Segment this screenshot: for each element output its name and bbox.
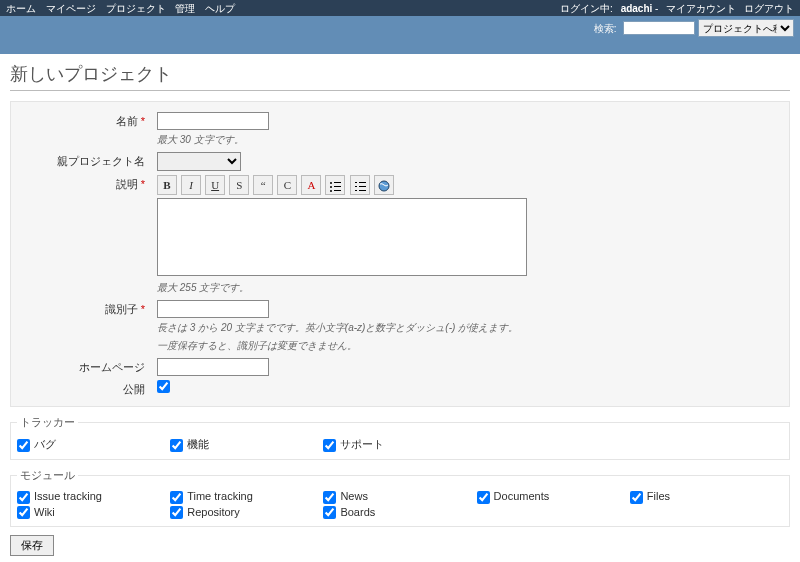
svg-rect-10	[355, 190, 357, 191]
tracker-support-label: サポート	[340, 438, 384, 450]
parent-select[interactable]	[157, 152, 241, 171]
ul-icon[interactable]	[325, 175, 345, 195]
identifier-hint2: 一度保存すると、識別子は変更できません。	[157, 338, 781, 356]
tracker-feature-checkbox[interactable]	[170, 439, 183, 452]
svg-point-2	[330, 186, 332, 188]
identifier-input[interactable]	[157, 300, 269, 318]
login-label: ログイン中:	[560, 3, 613, 14]
main: 新しいプロジェクト 名前 * 最大 30 文字です。 親プロジェクト名 説明 *…	[0, 54, 800, 562]
identifier-label: 識別子	[105, 303, 138, 315]
description-hint: 最大 255 文字です。	[157, 280, 781, 298]
module-boards-checkbox[interactable]	[323, 506, 336, 519]
svg-rect-1	[334, 182, 341, 183]
search-input[interactable]	[623, 21, 695, 35]
public-checkbox[interactable]	[157, 380, 170, 393]
nav-mypage[interactable]: マイページ	[46, 3, 96, 14]
project-jump-select[interactable]: プロジェクトへ移動...	[698, 19, 794, 37]
name-hint: 最大 30 文字です。	[157, 132, 781, 150]
description-label: 説明	[116, 178, 138, 190]
name-input[interactable]	[157, 112, 269, 130]
public-label: 公開	[123, 383, 145, 395]
module-time-checkbox[interactable]	[170, 491, 183, 504]
editor-toolbar: B I U S “ C A	[157, 175, 781, 195]
trackers-legend: トラッカー	[17, 415, 78, 430]
svg-rect-8	[355, 186, 357, 187]
module-news-checkbox[interactable]	[323, 491, 336, 504]
svg-point-4	[330, 190, 332, 192]
nav-help[interactable]: ヘルプ	[205, 3, 235, 14]
modules-legend: モジュール	[17, 468, 78, 483]
nav-home[interactable]: ホーム	[6, 3, 36, 14]
italic-icon[interactable]: I	[181, 175, 201, 195]
svg-rect-7	[359, 182, 366, 183]
module-wiki-checkbox[interactable]	[17, 506, 30, 519]
search-label: 検索:	[594, 23, 617, 34]
modules-fieldset: モジュール Issue tracking Wiki Time tracking …	[10, 468, 790, 527]
description-input[interactable]	[157, 198, 527, 276]
user-link[interactable]: adachi	[621, 3, 653, 14]
homepage-label: ホームページ	[79, 361, 145, 373]
project-form-box: 名前 * 最大 30 文字です。 親プロジェクト名 説明 * B I U S “…	[10, 101, 790, 407]
tracker-bug-checkbox[interactable]	[17, 439, 30, 452]
nav-admin[interactable]: 管理	[175, 3, 195, 14]
tracker-feature-label: 機能	[187, 438, 209, 450]
svg-rect-9	[359, 186, 366, 187]
strike-icon[interactable]: S	[229, 175, 249, 195]
nav-projects[interactable]: プロジェクト	[106, 3, 166, 14]
identifier-hint1: 長さは 3 から 20 文字までです。英小文字(a-z)と数字とダッシュ(-) …	[157, 320, 781, 338]
page-title: 新しいプロジェクト	[10, 60, 790, 91]
svg-point-0	[330, 182, 332, 184]
bold-icon[interactable]: B	[157, 175, 177, 195]
globe-icon[interactable]	[374, 175, 394, 195]
color-icon[interactable]: A	[301, 175, 321, 195]
tracker-support-checkbox[interactable]	[323, 439, 336, 452]
top-menu: ログイン中: adachi - マイアカウント ログアウト ホーム マイページ …	[0, 0, 800, 16]
module-docs-checkbox[interactable]	[477, 491, 490, 504]
code-icon[interactable]: C	[277, 175, 297, 195]
svg-rect-11	[359, 190, 366, 191]
trackers-fieldset: トラッカー バグ 機能 サポート	[10, 415, 790, 460]
name-label: 名前	[116, 115, 138, 127]
quote-icon[interactable]: “	[253, 175, 273, 195]
logout-link[interactable]: ログアウト	[744, 3, 794, 14]
save-button[interactable]: 保存	[10, 535, 54, 556]
myaccount-link[interactable]: マイアカウント	[666, 3, 736, 14]
parent-label: 親プロジェクト名	[57, 155, 145, 167]
ol-icon[interactable]	[350, 175, 370, 195]
module-repo-checkbox[interactable]	[170, 506, 183, 519]
underline-icon[interactable]: U	[205, 175, 225, 195]
tracker-bug-label: バグ	[34, 438, 56, 450]
module-files-checkbox[interactable]	[630, 491, 643, 504]
svg-rect-3	[334, 186, 341, 187]
homepage-input[interactable]	[157, 358, 269, 376]
svg-rect-6	[355, 182, 357, 183]
header: 検索: プロジェクトへ移動...	[0, 16, 800, 54]
svg-rect-5	[334, 190, 341, 191]
module-issue-checkbox[interactable]	[17, 491, 30, 504]
